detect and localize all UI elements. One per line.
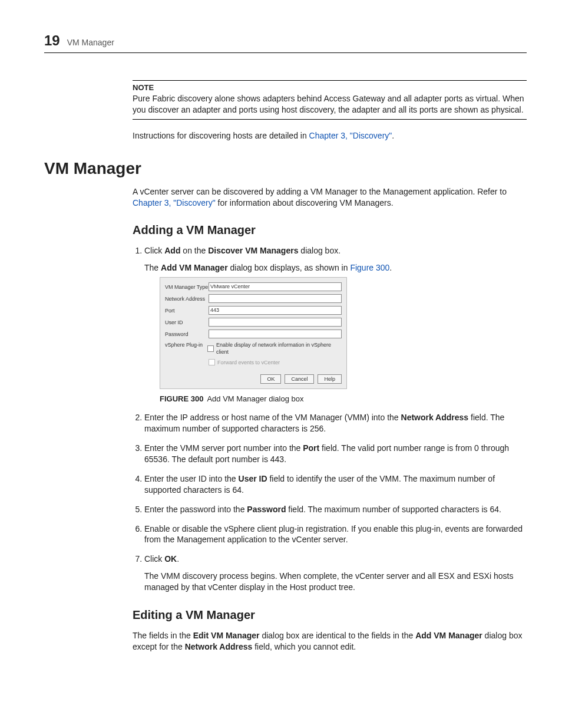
discover-vm-label: Discover VM Managers bbox=[208, 246, 298, 255]
text: A vCenter server can be discovered by ad… bbox=[133, 187, 507, 196]
password-label: Password bbox=[247, 505, 286, 514]
check-enable-label: Enable display of network information in… bbox=[216, 341, 342, 355]
step-7: Click OK. The VMM discovery process begi… bbox=[144, 554, 527, 593]
text: Enter the VMM server port number into th… bbox=[144, 443, 303, 453]
vcenter-intro: A vCenter server can be discovered by ad… bbox=[133, 186, 527, 209]
label-password: Password bbox=[165, 331, 209, 338]
step-3: Enter the VMM server port number into th… bbox=[144, 443, 527, 465]
step-2: Enter the IP address or host name of the… bbox=[144, 412, 527, 434]
text: on the bbox=[180, 246, 208, 255]
text: The fields in the bbox=[133, 631, 193, 640]
port-label: Port bbox=[303, 443, 319, 453]
text: Instructions for discovering hosts are d… bbox=[133, 131, 309, 140]
step-7-body: The VMM discovery process begins. When c… bbox=[144, 571, 527, 593]
user-id-label: User ID bbox=[239, 474, 267, 483]
steps-list: Click Add on the Discover VM Managers di… bbox=[133, 245, 527, 593]
header-title: VM Manager bbox=[67, 38, 114, 47]
text: field, which you cannot edit. bbox=[252, 642, 356, 651]
step-4: Enter the user ID into the User ID field… bbox=[144, 473, 527, 496]
vm-type-field[interactable]: VMware vCenter bbox=[209, 282, 342, 291]
chapter-3-link[interactable]: Chapter 3, "Discovery" bbox=[133, 198, 216, 207]
add-vm-label: Add VM Manager bbox=[415, 631, 482, 640]
note-body: Pure Fabric discovery alone shows adapte… bbox=[133, 93, 527, 116]
note-bottom-rule bbox=[133, 119, 527, 120]
text: Click bbox=[144, 554, 164, 564]
enable-display-check[interactable]: Enable display of network information in… bbox=[207, 341, 342, 355]
text: for information about discovering VM Man… bbox=[216, 198, 394, 207]
user-id-field[interactable] bbox=[209, 318, 342, 327]
text: dialog box displays, as shown in bbox=[228, 263, 351, 272]
document-page: 19 VM Manager NOTE Pure Fabric discovery… bbox=[0, 0, 562, 728]
note-top-rule bbox=[133, 80, 527, 81]
text: dialog box. bbox=[298, 246, 340, 255]
figure-caption: FIGURE 300Add VM Manager dialog box bbox=[160, 394, 527, 404]
text: Enter the password into the bbox=[144, 505, 247, 514]
subheading-editing: Editing a VM Manager bbox=[133, 608, 527, 622]
forward-events-check: Forward events to vCenter bbox=[209, 359, 342, 366]
vm-type-value: VMware vCenter bbox=[210, 284, 250, 289]
port-field[interactable]: 443 bbox=[209, 306, 342, 315]
text: . bbox=[389, 263, 392, 272]
label-vsphere-plugin: vSphere Plug-in bbox=[165, 341, 207, 348]
step-1: Click Add on the Discover VM Managers di… bbox=[144, 245, 527, 404]
add-vm-manager-dialog: VM Manager Type VMware vCenter Network A… bbox=[160, 277, 347, 389]
checkbox-icon bbox=[209, 359, 215, 365]
header-rule bbox=[44, 52, 527, 53]
add-vm-label: Add VM Manager bbox=[161, 263, 228, 272]
label-user-id: User ID bbox=[165, 319, 209, 326]
figure-300-link[interactable]: Figure 300 bbox=[350, 263, 389, 272]
label-port: Port bbox=[165, 307, 209, 314]
chapter-number: 19 bbox=[44, 32, 60, 49]
label-network-address: Network Address bbox=[165, 295, 209, 302]
label-vm-type: VM Manager Type bbox=[165, 284, 209, 291]
discovery-instructions: Instructions for discovering hosts are d… bbox=[133, 130, 527, 141]
network-address-label: Network Address bbox=[185, 642, 253, 651]
step-1-body: The Add VM Manager dialog box displays, … bbox=[144, 262, 527, 274]
section-heading-vm-manager: VM Manager bbox=[44, 159, 527, 178]
note-label: NOTE bbox=[133, 83, 527, 92]
subheading-adding: Adding a VM Manager bbox=[133, 223, 527, 237]
text: dialog box are identical to the fields i… bbox=[260, 631, 416, 640]
text: Enter the user ID into the bbox=[144, 474, 239, 483]
checkbox-icon bbox=[207, 345, 214, 352]
text: Click bbox=[144, 246, 164, 255]
step-6: Enable or disable the vSphere client plu… bbox=[144, 523, 527, 546]
text: field. The maximum number of supported c… bbox=[286, 505, 501, 514]
chapter-3-link[interactable]: Chapter 3, "Discovery" bbox=[309, 131, 392, 140]
step-5: Enter the password into the Password fie… bbox=[144, 504, 527, 515]
network-address-field[interactable] bbox=[209, 294, 342, 303]
figure-number: FIGURE 300 bbox=[160, 394, 203, 403]
add-label: Add bbox=[164, 246, 180, 255]
figure-title: Add VM Manager dialog box bbox=[207, 394, 303, 403]
text: The bbox=[144, 263, 161, 272]
cancel-button[interactable]: Cancel bbox=[285, 374, 314, 384]
ok-label: OK bbox=[164, 554, 177, 564]
page-header: 19 VM Manager bbox=[44, 32, 527, 49]
edit-vm-label: Edit VM Manager bbox=[193, 631, 260, 640]
network-address-label: Network Address bbox=[401, 413, 469, 422]
text: . bbox=[392, 131, 394, 140]
text: . bbox=[177, 554, 179, 564]
help-button[interactable]: Help bbox=[318, 374, 342, 384]
ok-button[interactable]: OK bbox=[260, 374, 281, 384]
editing-paragraph: The fields in the Edit VM Manager dialog… bbox=[133, 630, 527, 653]
check-forward-label: Forward events to vCenter bbox=[217, 359, 280, 366]
port-value: 443 bbox=[210, 307, 219, 313]
text: Enter the IP address or host name of the… bbox=[144, 413, 401, 422]
password-field[interactable] bbox=[209, 330, 342, 338]
note-block: NOTE Pure Fabric discovery alone shows a… bbox=[133, 80, 527, 141]
